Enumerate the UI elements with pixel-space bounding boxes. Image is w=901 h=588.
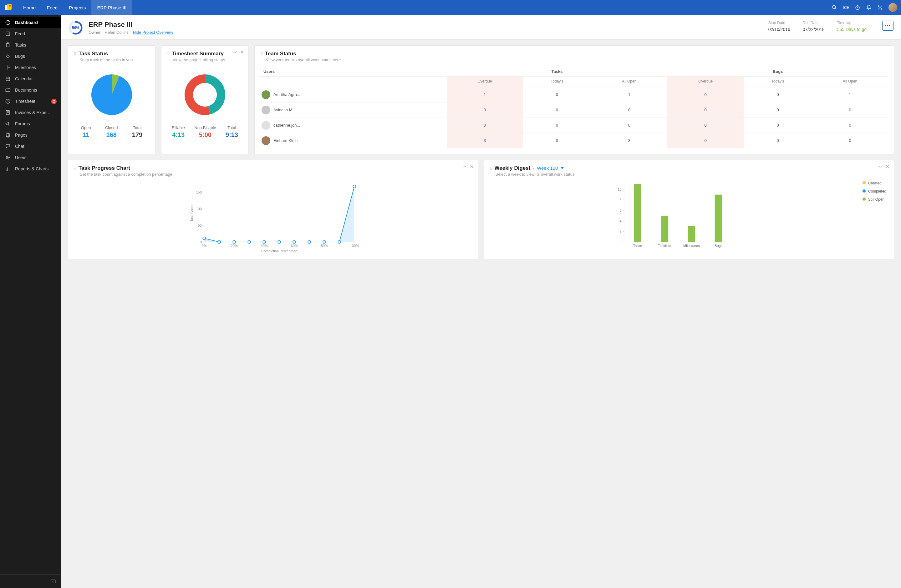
- project-more-button[interactable]: •••: [882, 21, 893, 31]
- svg-line-27: [6, 55, 7, 56]
- sidebar-item-forums[interactable]: Forums: [0, 118, 61, 129]
- task-status-card: ⠿ Task Status Keep track of the tasks in…: [68, 45, 156, 154]
- megaphone-icon: [5, 121, 11, 127]
- svg-marker-30: [8, 66, 10, 67]
- legend-item: Still Open: [862, 197, 886, 202]
- clock-icon: [5, 98, 11, 104]
- sidebar-item-dashboard[interactable]: Dashboard: [0, 17, 61, 28]
- team-row[interactable]: Einhard Klein 3 0 3 0 0 0: [260, 133, 888, 148]
- sidebar-item-label: Tasks: [15, 42, 26, 48]
- team-status-subtitle: View your team's overall work status her…: [266, 58, 888, 62]
- week-selector[interactable]: Week 120: [537, 165, 563, 171]
- sidebar-item-invoices-expe-[interactable]: Invoices & Expe...: [0, 107, 61, 118]
- sidebar-item-feed[interactable]: Feed: [0, 28, 61, 39]
- sidebar-item-milestones[interactable]: Milestones: [0, 62, 61, 73]
- close-icon[interactable]: [240, 50, 244, 55]
- bug-today-cell: 0: [744, 133, 812, 148]
- sidebar-item-label: Dashboard: [15, 20, 38, 25]
- user-avatar[interactable]: [889, 3, 897, 12]
- svg-point-66: [233, 240, 235, 243]
- clipboard-icon: [5, 42, 11, 48]
- close-icon[interactable]: [886, 165, 889, 170]
- user-name: Amritha Agra...: [273, 92, 300, 97]
- drag-handle-icon[interactable]: ⠿: [74, 166, 76, 171]
- sidebar-item-label: Timesheet: [15, 99, 35, 104]
- project-title: ERP Phase III: [89, 21, 173, 29]
- task-progress-title: Task Progress Chart: [78, 165, 130, 171]
- expand-icon[interactable]: [462, 165, 467, 170]
- svg-point-14: [878, 6, 879, 6]
- svg-text:150: 150: [196, 190, 201, 194]
- task-closed-label: Closed: [105, 125, 118, 130]
- svg-point-72: [323, 240, 326, 243]
- team-row[interactable]: Avinash M 0 0 0 0 0 0: [260, 102, 888, 118]
- sidebar-item-bugs[interactable]: Bugs: [0, 51, 61, 62]
- pages-icon: [5, 132, 11, 138]
- sidebar-item-label: Forums: [15, 121, 30, 126]
- close-icon[interactable]: [470, 165, 474, 170]
- search-icon[interactable]: [832, 5, 837, 10]
- sidebar-item-chat[interactable]: Chat: [0, 141, 61, 152]
- sidebar-item-label: Bugs: [15, 54, 25, 59]
- app-logo-icon[interactable]: [4, 3, 12, 12]
- svg-text:0: 0: [200, 240, 202, 244]
- users-icon: [5, 155, 11, 160]
- svg-text:40%: 40%: [261, 244, 268, 247]
- svg-rect-31: [6, 77, 10, 81]
- bell-icon[interactable]: [866, 5, 871, 10]
- drag-handle-icon[interactable]: ⠿: [490, 166, 492, 171]
- svg-text:60%: 60%: [291, 244, 298, 247]
- nav-active-project[interactable]: ERP Phase III: [91, 0, 132, 15]
- team-row[interactable]: Amritha Agra... 1 0 1 0 0 1: [260, 87, 888, 102]
- sidebar-item-documents[interactable]: Documents: [0, 84, 61, 96]
- chat-icon: [5, 143, 11, 149]
- start-date-value: 02/10/2016: [768, 27, 790, 32]
- bug-open-cell: 0: [812, 118, 888, 133]
- team-row[interactable]: catherine.jon... 0 0 0 0 0 0: [260, 118, 888, 133]
- billable-value: 4:13: [172, 131, 185, 138]
- svg-line-4: [835, 8, 836, 9]
- svg-point-67: [248, 240, 251, 243]
- sidebar-item-label: Pages: [15, 132, 28, 138]
- sidebar-item-calendar[interactable]: Calendar: [0, 73, 61, 84]
- user-name: Avinash M: [273, 107, 292, 112]
- tools-icon[interactable]: [877, 5, 883, 10]
- svg-point-42: [8, 157, 10, 158]
- sidebar-item-tasks[interactable]: Tasks: [0, 39, 61, 51]
- timesheet-subtitle: View the project billing status: [173, 58, 243, 62]
- svg-rect-97: [687, 226, 695, 242]
- sidebar-item-timesheet[interactable]: Timesheet2: [0, 96, 61, 107]
- sub-task-todays: Today's: [523, 76, 591, 87]
- user-name: Einhard Klein: [273, 138, 298, 143]
- hide-overview-link[interactable]: Hide Project Overview: [133, 30, 173, 35]
- svg-text:100%: 100%: [350, 244, 359, 247]
- task-open-cell: 3: [591, 133, 667, 148]
- svg-text:6: 6: [619, 208, 621, 212]
- timesheet-total-value: 9:13: [226, 131, 238, 138]
- drag-handle-icon[interactable]: ⠿: [167, 52, 169, 56]
- due-date-value: 07/22/2018: [803, 27, 825, 32]
- drag-handle-icon[interactable]: ⠿: [260, 52, 262, 56]
- sidebar-collapse-button[interactable]: [0, 574, 61, 588]
- task-open-cell: 0: [591, 102, 667, 118]
- timesheet-donut-chart: [180, 70, 230, 120]
- svg-text:100: 100: [196, 207, 201, 211]
- drag-handle-icon[interactable]: ⠿: [74, 52, 76, 56]
- timer-icon[interactable]: [855, 5, 860, 10]
- expand-icon[interactable]: [233, 50, 237, 55]
- user-avatar-icon: [262, 121, 270, 130]
- sidebar-item-pages[interactable]: Pages: [0, 129, 61, 141]
- bug-icon: [5, 53, 11, 59]
- nav-feed[interactable]: Feed: [41, 0, 63, 15]
- expand-icon[interactable]: [878, 165, 882, 170]
- svg-rect-93: [633, 184, 641, 242]
- project-progress-ring: 56%: [69, 21, 83, 35]
- top-bar: Home Feed Projects ERP Phase III: [0, 0, 901, 15]
- task-overdue-cell: 0: [447, 118, 523, 133]
- nav-projects[interactable]: Projects: [63, 0, 91, 15]
- svg-text:20%: 20%: [231, 244, 238, 247]
- sidebar-item-reports-charts[interactable]: Reports & Charts: [0, 163, 61, 174]
- gamepad-icon[interactable]: [843, 5, 849, 10]
- sidebar-item-users[interactable]: Users: [0, 152, 61, 163]
- nav-home[interactable]: Home: [17, 0, 41, 15]
